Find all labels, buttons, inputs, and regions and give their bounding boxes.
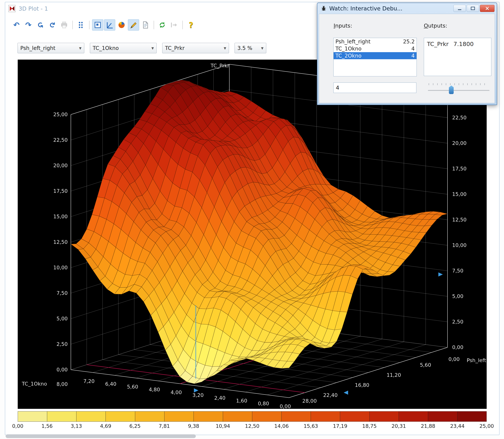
tolerance-select[interactable]: 3.5 % ▾ — [234, 43, 266, 53]
debug-bug-icon — [320, 5, 327, 12]
outputs-list[interactable]: TC_Prkr 7.1800 — [424, 38, 491, 76]
chevron-down-icon: ▾ — [151, 45, 154, 51]
toolbar-separator — [89, 21, 90, 29]
minimize-button[interactable] — [453, 5, 466, 12]
output-row-tc-prkr: TC_Prkr 7.1800 — [427, 41, 488, 47]
inputs-list: Psh_left_right 25.2 TC_1Okno 4 TC_2Okno … — [333, 38, 417, 76]
watch-body: Inputs: Outputs: Psh_left_right 25.2 TC_… — [319, 14, 495, 103]
toolbar-separator — [154, 21, 154, 29]
z-variable-select[interactable]: TC_Prkr ▾ — [162, 43, 229, 53]
colorbar-tick-label: 21,88 — [421, 423, 435, 429]
taskbar-fragment — [6, 434, 196, 438]
maximize-button[interactable] — [467, 5, 479, 12]
x-variable-value: Psh_left_right — [20, 45, 77, 51]
surface-view-icon[interactable] — [92, 19, 103, 31]
input-row-psh-left-right[interactable]: Psh_left_right 25.2 — [334, 38, 416, 45]
x-variable-select[interactable]: Psh_left_right ▾ — [17, 43, 84, 53]
colorbar-segment — [252, 411, 282, 422]
slider-thumb[interactable] — [449, 85, 454, 94]
y-variable-select[interactable]: TC_1Okno ▾ — [90, 43, 157, 53]
inputs-label: Inputs: — [334, 23, 352, 29]
chevron-down-icon: ▾ — [224, 45, 226, 51]
colorbar-tick-label: 4,69 — [100, 423, 111, 429]
variable-selectors: Psh_left_right ▾ TC_1Okno ▾ TC_Prkr ▾ 3.… — [17, 43, 266, 53]
colorbar-tick-label: 12,50 — [245, 423, 259, 429]
help-icon[interactable]: ? — [185, 19, 196, 31]
colorbar-segment — [18, 411, 47, 422]
colorbar — [18, 411, 487, 422]
input-row-tc-2okno[interactable]: TC_2Okno 4 — [334, 52, 416, 59]
colorbar-segment — [370, 411, 399, 422]
chevron-down-icon: ▾ — [79, 45, 81, 51]
colorbar-tick-label: 15,63 — [304, 423, 318, 429]
color-sphere-icon[interactable] — [116, 19, 127, 31]
rotate-right-icon[interactable]: ↷ — [23, 19, 34, 31]
plot-area — [18, 60, 487, 409]
colorbar-segment — [282, 411, 311, 422]
watch-titlebar[interactable]: Watch: Interactive Debu... × — [317, 3, 497, 14]
colorbar-segment — [457, 411, 487, 422]
spin-horizontal-icon[interactable]: ↻ — [47, 19, 58, 31]
z-variable-value: TC_Prkr — [165, 45, 221, 51]
edit-pencil-icon[interactable] — [128, 19, 139, 31]
slider-track[interactable] — [428, 90, 490, 91]
toolbar-separator — [72, 21, 73, 29]
colorbar-segment — [47, 411, 77, 422]
colorbar-segment — [311, 411, 340, 422]
refresh-icon[interactable] — [157, 19, 168, 31]
y-variable-value: TC_1Okno — [93, 45, 149, 51]
colorbar-segment — [399, 411, 428, 422]
colorbar-tick-label: 17,19 — [333, 423, 347, 429]
titlebar: 3D Plot - 1 — [8, 4, 48, 13]
output-slider[interactable] — [428, 83, 490, 98]
colorbar-segment — [340, 411, 369, 422]
surface-plot-canvas[interactable] — [18, 60, 487, 409]
axes-view-icon[interactable] — [104, 19, 115, 31]
colorbar-tick-label: 3,13 — [71, 423, 82, 429]
input-value-field[interactable]: 4 — [333, 83, 416, 93]
colorbar-segment — [165, 411, 194, 422]
toolbar-separator — [182, 21, 183, 29]
close-button[interactable]: × — [480, 5, 494, 12]
colorbar-segment — [106, 411, 135, 422]
colorbar-segment — [77, 411, 106, 422]
colorbar-tick-label: 25,00 — [479, 423, 494, 429]
colorbar-tick-label: 18,75 — [362, 423, 377, 429]
colorbar-labels: 0,001,563,134,696,257,819,3810,9412,5014… — [18, 423, 487, 430]
colorbar-tick-label: 7,81 — [159, 423, 170, 429]
input-row-tc-1okno[interactable]: TC_1Okno 4 — [334, 45, 416, 52]
colorbar-tick-label: 10,94 — [216, 423, 230, 429]
colorbar-tick-label: 23,44 — [450, 423, 465, 429]
outputs-label: Outputs: — [424, 23, 447, 29]
watch-window: Watch: Interactive Debu... × Inputs: Out… — [317, 3, 497, 105]
report-document-icon[interactable] — [140, 19, 151, 31]
colorbar-tick-label: 20,31 — [392, 423, 406, 429]
colorbar-segment — [223, 411, 252, 422]
watch-window-title: Watch: Interactive Debu... — [329, 5, 402, 12]
step-icon — [168, 19, 180, 31]
colorbar-tick-label: 0,00 — [12, 423, 23, 429]
chevron-down-icon: ▾ — [261, 45, 263, 51]
print-icon — [59, 19, 70, 31]
colorbar-segment — [194, 411, 223, 422]
spin-vertical-icon[interactable]: ↺ — [35, 19, 46, 31]
colorbar-segment — [135, 411, 165, 422]
colorbar-tick-label: 9,38 — [188, 423, 199, 429]
dock-points-icon[interactable] — [75, 19, 87, 31]
tolerance-value: 3.5 % — [237, 45, 259, 51]
colorbar-tick-label: 14,06 — [274, 423, 289, 429]
colorbar-tick-label: 1,56 — [41, 423, 52, 429]
toolbar: ↶ ↷ ↺ ↻ — [11, 18, 197, 32]
app-icon — [8, 5, 16, 12]
window-title: 3D Plot - 1 — [19, 5, 48, 12]
colorbar-tick-label: 6,25 — [129, 423, 141, 429]
rotate-left-icon[interactable]: ↶ — [11, 19, 22, 31]
colorbar-segment — [428, 411, 457, 422]
slider-ticks — [429, 83, 489, 85]
